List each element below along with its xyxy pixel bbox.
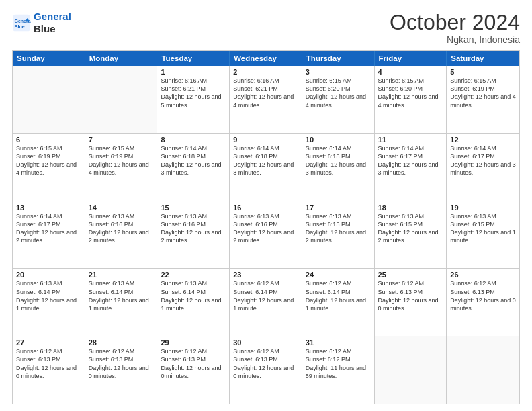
day-number: 20	[16, 271, 81, 279]
day-cell-28: 28Sunrise: 6:12 AM Sunset: 6:13 PM Dayli…	[85, 336, 158, 404]
day-number: 12	[450, 136, 516, 144]
day-info: Sunrise: 6:12 AM Sunset: 6:13 PM Dayligh…	[378, 279, 443, 312]
day-info: Sunrise: 6:15 AM Sunset: 6:19 PM Dayligh…	[89, 144, 154, 177]
day-number: 25	[378, 271, 443, 279]
day-info: Sunrise: 6:14 AM Sunset: 6:18 PM Dayligh…	[233, 144, 298, 177]
day-info: Sunrise: 6:15 AM Sunset: 6:20 PM Dayligh…	[378, 77, 443, 109]
day-cell-16: 16Sunrise: 6:13 AM Sunset: 6:16 PM Dayli…	[230, 201, 302, 269]
day-cell-1: 1Sunrise: 6:16 AM Sunset: 6:21 PM Daylig…	[157, 66, 230, 133]
calendar-row-1: 6Sunrise: 6:15 AM Sunset: 6:19 PM Daylig…	[13, 133, 519, 201]
day-cell-13: 13Sunrise: 6:14 AM Sunset: 6:17 PM Dayli…	[13, 201, 85, 269]
day-info: Sunrise: 6:12 AM Sunset: 6:13 PM Dayligh…	[450, 279, 516, 312]
title-block: October 2024 Ngkan, Indonesia	[390, 11, 520, 45]
day-info: Sunrise: 6:12 AM Sunset: 6:13 PM Dayligh…	[16, 347, 81, 380]
day-info: Sunrise: 6:16 AM Sunset: 6:21 PM Dayligh…	[161, 77, 226, 109]
day-number: 10	[306, 136, 371, 144]
calendar-body: 1Sunrise: 6:16 AM Sunset: 6:21 PM Daylig…	[13, 66, 519, 404]
day-info: Sunrise: 6:13 AM Sunset: 6:14 PM Dayligh…	[161, 279, 226, 312]
day-cell-5: 5Sunrise: 6:15 AM Sunset: 6:19 PM Daylig…	[447, 66, 519, 133]
calendar-row-2: 13Sunrise: 6:14 AM Sunset: 6:17 PM Dayli…	[13, 201, 519, 269]
day-number: 21	[89, 271, 154, 279]
weekday-header-sunday: Sunday	[13, 51, 85, 66]
day-cell-8: 8Sunrise: 6:14 AM Sunset: 6:18 PM Daylig…	[157, 134, 230, 201]
day-cell-14: 14Sunrise: 6:13 AM Sunset: 6:16 PM Dayli…	[85, 201, 158, 269]
day-number: 26	[450, 271, 516, 279]
calendar-row-0: 1Sunrise: 6:16 AM Sunset: 6:21 PM Daylig…	[13, 66, 519, 133]
day-number: 17	[306, 203, 371, 212]
day-info: Sunrise: 6:15 AM Sunset: 6:19 PM Dayligh…	[16, 144, 81, 177]
day-cell-4: 4Sunrise: 6:15 AM Sunset: 6:20 PM Daylig…	[375, 66, 447, 133]
day-cell-23: 23Sunrise: 6:12 AM Sunset: 6:14 PM Dayli…	[230, 269, 302, 336]
day-cell-19: 19Sunrise: 6:13 AM Sunset: 6:15 PM Dayli…	[447, 201, 519, 269]
day-cell-27: 27Sunrise: 6:12 AM Sunset: 6:13 PM Dayli…	[13, 336, 85, 404]
day-number: 2	[233, 68, 298, 76]
day-number: 23	[233, 271, 298, 279]
day-cell-29: 29Sunrise: 6:12 AM Sunset: 6:13 PM Dayli…	[157, 336, 230, 404]
weekday-header-tuesday: Tuesday	[157, 51, 230, 66]
day-number: 7	[89, 136, 154, 144]
day-info: Sunrise: 6:13 AM Sunset: 6:14 PM Dayligh…	[89, 279, 154, 312]
day-cell-11: 11Sunrise: 6:14 AM Sunset: 6:17 PM Dayli…	[375, 134, 447, 201]
day-info: Sunrise: 6:13 AM Sunset: 6:15 PM Dayligh…	[378, 212, 443, 245]
day-info: Sunrise: 6:16 AM Sunset: 6:21 PM Dayligh…	[233, 77, 298, 109]
day-info: Sunrise: 6:13 AM Sunset: 6:16 PM Dayligh…	[89, 212, 154, 245]
day-cell-18: 18Sunrise: 6:13 AM Sunset: 6:15 PM Dayli…	[375, 201, 447, 269]
day-number: 24	[306, 271, 371, 279]
day-info: Sunrise: 6:13 AM Sunset: 6:16 PM Dayligh…	[233, 212, 298, 245]
day-info: Sunrise: 6:12 AM Sunset: 6:13 PM Dayligh…	[233, 347, 298, 380]
day-number: 18	[378, 203, 443, 212]
day-cell-17: 17Sunrise: 6:13 AM Sunset: 6:15 PM Dayli…	[302, 201, 375, 269]
day-cell-24: 24Sunrise: 6:12 AM Sunset: 6:14 PM Dayli…	[302, 269, 375, 336]
day-info: Sunrise: 6:12 AM Sunset: 6:13 PM Dayligh…	[161, 347, 226, 380]
day-cell-15: 15Sunrise: 6:13 AM Sunset: 6:16 PM Dayli…	[157, 201, 230, 269]
month-title: October 2024	[390, 11, 520, 34]
day-info: Sunrise: 6:15 AM Sunset: 6:19 PM Dayligh…	[450, 77, 516, 109]
header: General Blue General Blue October 2024 N…	[12, 11, 520, 45]
calendar-row-3: 20Sunrise: 6:13 AM Sunset: 6:14 PM Dayli…	[13, 268, 519, 336]
calendar-row-4: 27Sunrise: 6:12 AM Sunset: 6:13 PM Dayli…	[13, 336, 519, 404]
weekday-header-saturday: Saturday	[447, 51, 519, 66]
calendar: SundayMondayTuesdayWednesdayThursdayFrid…	[12, 50, 520, 404]
location: Ngkan, Indonesia	[390, 34, 520, 45]
day-info: Sunrise: 6:14 AM Sunset: 6:17 PM Dayligh…	[450, 144, 516, 177]
day-number: 16	[233, 203, 298, 212]
weekday-header-thursday: Thursday	[302, 51, 375, 66]
day-cell-12: 12Sunrise: 6:14 AM Sunset: 6:17 PM Dayli…	[447, 134, 519, 201]
day-info: Sunrise: 6:15 AM Sunset: 6:20 PM Dayligh…	[306, 77, 371, 109]
day-info: Sunrise: 6:12 AM Sunset: 6:13 PM Dayligh…	[89, 347, 154, 380]
day-info: Sunrise: 6:13 AM Sunset: 6:15 PM Dayligh…	[306, 212, 371, 245]
weekday-header-wednesday: Wednesday	[230, 51, 302, 66]
logo: General Blue General Blue	[12, 11, 71, 35]
weekday-header-monday: Monday	[85, 51, 158, 66]
day-info: Sunrise: 6:12 AM Sunset: 6:14 PM Dayligh…	[233, 279, 298, 312]
calendar-header: SundayMondayTuesdayWednesdayThursdayFrid…	[13, 51, 519, 66]
day-cell-25: 25Sunrise: 6:12 AM Sunset: 6:13 PM Dayli…	[375, 269, 447, 336]
day-number: 9	[233, 136, 298, 144]
day-number: 29	[161, 338, 226, 347]
day-info: Sunrise: 6:14 AM Sunset: 6:17 PM Dayligh…	[16, 212, 81, 245]
day-cell-empty-4-6	[447, 336, 519, 404]
day-cell-20: 20Sunrise: 6:13 AM Sunset: 6:14 PM Dayli…	[13, 269, 85, 336]
day-number: 15	[161, 203, 226, 212]
day-number: 14	[89, 203, 154, 212]
day-cell-21: 21Sunrise: 6:13 AM Sunset: 6:14 PM Dayli…	[85, 269, 158, 336]
day-cell-9: 9Sunrise: 6:14 AM Sunset: 6:18 PM Daylig…	[230, 134, 302, 201]
day-cell-empty-0-1	[85, 66, 158, 133]
day-info: Sunrise: 6:13 AM Sunset: 6:15 PM Dayligh…	[450, 212, 516, 245]
logo-text: General Blue	[34, 11, 71, 35]
day-cell-30: 30Sunrise: 6:12 AM Sunset: 6:13 PM Dayli…	[230, 336, 302, 404]
day-info: Sunrise: 6:13 AM Sunset: 6:14 PM Dayligh…	[16, 279, 81, 312]
day-info: Sunrise: 6:13 AM Sunset: 6:16 PM Dayligh…	[161, 212, 226, 245]
day-info: Sunrise: 6:12 AM Sunset: 6:12 PM Dayligh…	[306, 347, 371, 380]
day-number: 13	[16, 203, 81, 212]
day-number: 5	[450, 68, 516, 76]
day-cell-10: 10Sunrise: 6:14 AM Sunset: 6:18 PM Dayli…	[302, 134, 375, 201]
logo-icon: General Blue	[12, 13, 31, 32]
day-info: Sunrise: 6:14 AM Sunset: 6:17 PM Dayligh…	[378, 144, 443, 177]
page: General Blue General Blue October 2024 N…	[0, 0, 532, 411]
day-cell-empty-4-5	[375, 336, 447, 404]
day-number: 1	[161, 68, 226, 76]
day-cell-2: 2Sunrise: 6:16 AM Sunset: 6:21 PM Daylig…	[230, 66, 302, 133]
day-number: 31	[306, 338, 371, 347]
day-number: 22	[161, 271, 226, 279]
